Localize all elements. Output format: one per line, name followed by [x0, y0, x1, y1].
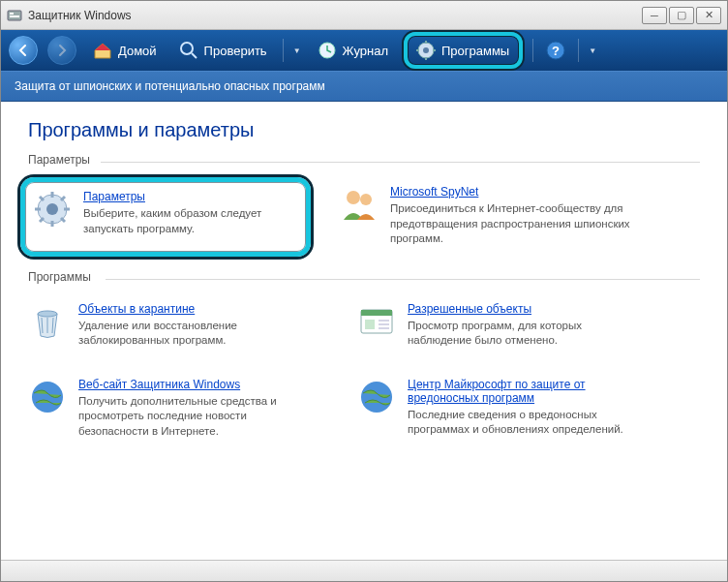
svg-point-7 — [423, 47, 429, 53]
clock-icon — [317, 40, 338, 61]
gear-icon — [33, 190, 72, 229]
link-website[interactable]: Веб-сайт Защитника Windows — [78, 378, 240, 391]
defender-window: Защитник Windows ─ ▢ ✕ Домой Проверить — [0, 0, 728, 582]
link-settings[interactable]: Параметры — [83, 190, 145, 203]
scan-dropdown[interactable]: ▼ — [293, 46, 301, 55]
card-desc: Получить дополнительные средства и просм… — [78, 394, 318, 440]
svg-line-23 — [61, 197, 65, 200]
svg-text:?: ? — [552, 44, 560, 58]
svg-point-15 — [46, 203, 58, 215]
card-desc: Присоединиться к Интернет-сообществу для… — [390, 201, 630, 247]
nav-programs[interactable]: Программы — [410, 38, 515, 63]
svg-point-3 — [181, 43, 193, 54]
trash-icon — [28, 302, 67, 341]
forward-button[interactable] — [47, 36, 76, 65]
minimize-button[interactable]: ─ — [642, 7, 667, 24]
titlebar: Защитник Windows ─ ▢ ✕ — [1, 1, 727, 30]
card-quarantine: Объекты в карантине Удаление или восстан… — [28, 302, 318, 349]
window-title: Защитник Windows — [28, 9, 132, 22]
nav-programs-highlight: Программы — [404, 32, 523, 69]
help-dropdown[interactable]: ▼ — [589, 46, 596, 55]
svg-point-26 — [38, 311, 57, 317]
card-desc: Выберите, каким образом следует запускат… — [83, 206, 296, 236]
card-allowed: Разрешенные объекты Просмотр программ, д… — [357, 302, 648, 349]
gear-icon — [415, 40, 437, 61]
svg-line-21 — [61, 218, 65, 222]
close-button[interactable]: ✕ — [696, 7, 721, 24]
card-website: Веб-сайт Защитника Windows Получить допо… — [28, 378, 318, 440]
card-mpc: Центр Майкрософт по защите от вредоносны… — [357, 378, 648, 440]
globe-icon — [357, 378, 396, 416]
card-desc: Последние сведения о вредоносных програм… — [408, 408, 648, 438]
app-icon — [7, 8, 22, 23]
subheader: Защита от шпионских и потенциально опасн… — [1, 71, 727, 102]
card-settings-highlight: Параметры Выберите, каким образом следуе… — [20, 177, 311, 257]
toolbar-separator — [532, 39, 533, 62]
help-icon: ? — [545, 40, 566, 61]
card-desc: Удаление или восстановление заблокирован… — [78, 319, 318, 349]
people-icon — [340, 185, 379, 224]
nav-home[interactable]: Домой — [86, 36, 163, 65]
nav-help[interactable]: ? — [543, 36, 568, 65]
svg-point-25 — [360, 194, 372, 205]
content: Программы и параметры Параметры Параметр… — [1, 102, 727, 560]
toolbar-separator — [283, 39, 284, 62]
group-label-programs: Программы — [28, 270, 700, 284]
nav-log-label: Журнал — [343, 44, 388, 58]
svg-rect-28 — [361, 310, 392, 316]
card-desc: Просмотр программ, для которых наблюдени… — [408, 319, 648, 349]
nav-programs-label: Программы — [441, 44, 509, 58]
svg-rect-1 — [10, 13, 14, 15]
svg-line-4 — [192, 53, 197, 58]
nav-home-label: Домой — [118, 44, 157, 58]
link-quarantine[interactable]: Объекты в карантине — [78, 302, 195, 316]
window-icon — [357, 302, 396, 341]
toolbar-separator — [578, 39, 579, 62]
window-controls: ─ ▢ ✕ — [642, 7, 721, 24]
svg-line-22 — [40, 218, 44, 222]
page-title: Программы и параметры — [28, 119, 700, 141]
back-button[interactable] — [9, 36, 38, 65]
nav-log[interactable]: Журнал — [311, 36, 394, 65]
link-spynet[interactable]: Microsoft SpyNet — [390, 185, 478, 199]
toolbar: Домой Проверить ▼ Журнал Программы — [1, 30, 727, 71]
link-mpc[interactable]: Центр Майкрософт по защите от вредоносны… — [408, 378, 648, 405]
group-label-settings: Параметры — [28, 153, 700, 167]
link-allowed[interactable]: Разрешенные объекты — [408, 302, 531, 316]
maximize-button[interactable]: ▢ — [669, 7, 694, 24]
svg-point-24 — [347, 191, 360, 204]
nav-scan-label: Проверить — [204, 44, 267, 58]
svg-rect-2 — [10, 15, 19, 17]
search-icon — [178, 40, 199, 61]
card-spynet: Microsoft SpyNet Присоединиться к Интерн… — [340, 185, 630, 247]
svg-rect-29 — [365, 320, 375, 329]
divider — [106, 279, 700, 280]
divider — [101, 162, 700, 163]
globe-icon — [28, 378, 67, 416]
svg-line-20 — [40, 197, 44, 200]
nav-scan[interactable]: Проверить — [172, 36, 273, 65]
home-icon — [92, 40, 113, 61]
statusbar — [1, 560, 727, 581]
